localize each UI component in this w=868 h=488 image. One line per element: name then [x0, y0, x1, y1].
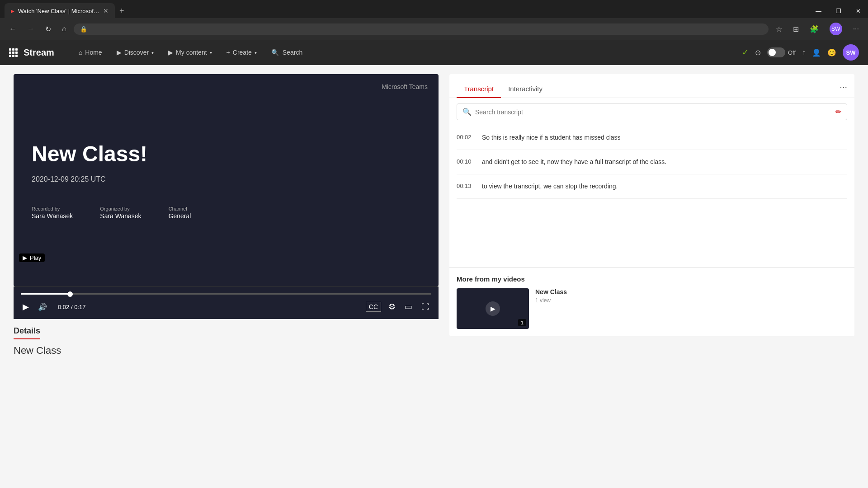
nav-discover[interactable]: ▶ Discover ▾: [110, 45, 160, 60]
recorded-by-label: Recorded by: [32, 206, 73, 211]
create-chevron-icon: ▾: [255, 50, 257, 55]
user-avatar[interactable]: SW: [843, 44, 859, 61]
video-container: Microsoft Teams New Class! 2020-12-09 20…: [14, 74, 439, 488]
controls-row: ▶ 🔊 0:02 / 0:17 CC ⚙ ▭ ⛶: [21, 300, 431, 314]
nav-upload-icon[interactable]: ↑: [802, 48, 806, 56]
toggle-switch[interactable]: [767, 47, 785, 57]
forward-button[interactable]: →: [24, 23, 38, 35]
nav-create[interactable]: + Create ▾: [220, 45, 263, 60]
cast-button[interactable]: ▭: [403, 300, 414, 314]
thumb-badge: 1: [518, 319, 526, 326]
window-maximize-button[interactable]: ❐: [829, 3, 849, 19]
interactivity-tab[interactable]: Interactivity: [501, 80, 550, 98]
address-bar[interactable]: 🔒 https://web.microsoftstream.com/video/…: [74, 23, 769, 35]
transcript-search[interactable]: 🔍 ✏: [457, 103, 847, 120]
my-content-chevron-icon: ▾: [210, 50, 212, 55]
transcript-text-3: to view the transcript, we can stop the …: [482, 182, 618, 191]
nav-items: ⌂ Home ▶ Discover ▾ ▶ My content ▾ + Cre…: [72, 45, 742, 60]
play-pause-button[interactable]: ▶: [21, 300, 31, 314]
back-button[interactable]: ←: [5, 23, 20, 35]
details-section: Details New Class: [14, 319, 439, 488]
transcript-entry[interactable]: 00:13 to view the transcript, we can sto…: [457, 174, 847, 199]
stream-navbar: Stream ⌂ Home ▶ Discover ▾ ▶ My content …: [0, 40, 868, 65]
channel-label: Channel: [169, 206, 191, 211]
apps-grid-icon[interactable]: [9, 48, 17, 57]
transcript-time-2: 00:10: [457, 157, 475, 167]
nav-emoji-icon[interactable]: 😊: [827, 48, 836, 57]
fullscreen-button[interactable]: ⛶: [420, 300, 431, 314]
organized-by-item: Organized by Sara Wanasek: [100, 206, 141, 220]
recorded-by-item: Recorded by Sara Wanasek: [32, 206, 73, 220]
transcript-time-1: 00:02: [457, 133, 475, 142]
extensions-icon[interactable]: 🧩: [806, 23, 822, 35]
transcript-entry[interactable]: 00:02 So this is really nice if a studen…: [457, 126, 847, 150]
video-date: 2020-12-09 20:25 UTC: [32, 175, 106, 183]
transcript-tabs: Transcript Interactivity ···: [449, 74, 854, 98]
browser-menu-button[interactable]: ···: [849, 23, 863, 35]
cc-button[interactable]: CC: [366, 302, 381, 312]
window-close-button[interactable]: ✕: [849, 3, 868, 19]
tab-close-button[interactable]: ✕: [103, 7, 108, 14]
more-item[interactable]: ▶ 1 New Class 1 view: [457, 288, 847, 329]
nav-icon-1[interactable]: ⊙: [755, 48, 761, 57]
nav-home[interactable]: ⌂ Home: [72, 45, 108, 60]
current-time: 0:02: [58, 304, 69, 310]
profile-icon[interactable]: SW: [826, 21, 846, 37]
transcript-entries: 00:02 So this is really nice if a studen…: [449, 126, 854, 267]
nav-my-content[interactable]: ▶ My content ▾: [162, 45, 218, 60]
video-player[interactable]: Microsoft Teams New Class! 2020-12-09 20…: [14, 74, 439, 286]
browser-tab[interactable]: ▶ Watch 'New Class' | Microsoft Str ✕: [5, 3, 115, 19]
organized-by-label: Organized by: [100, 206, 141, 211]
video-title: New Class!: [32, 141, 147, 166]
transcript-tab[interactable]: Transcript: [457, 80, 501, 98]
more-video-title: New Class: [535, 288, 567, 296]
nav-search[interactable]: 🔍 Search: [265, 45, 309, 60]
stream-logo: Stream: [24, 47, 54, 58]
my-content-icon: ▶: [168, 49, 173, 56]
progress-bar-area[interactable]: [21, 291, 431, 297]
favorites-icon[interactable]: ☆: [772, 23, 786, 35]
home-button[interactable]: ⌂: [58, 23, 70, 35]
collections-icon[interactable]: ⊞: [789, 23, 802, 35]
search-icon: 🔍: [271, 49, 279, 56]
discover-chevron-icon: ▾: [151, 50, 154, 55]
video-controls: ▶ 🔊 0:02 / 0:17 CC ⚙ ▭ ⛶: [14, 286, 439, 319]
create-icon: +: [226, 49, 230, 56]
window-minimize-button[interactable]: —: [808, 3, 829, 19]
transcript-entry[interactable]: 00:10 and didn't get to see it, now they…: [457, 150, 847, 174]
nav-create-label: Create: [233, 49, 252, 56]
new-tab-button[interactable]: +: [115, 5, 129, 18]
video-name: New Class: [14, 345, 439, 357]
transcript-panel: Transcript Interactivity ··· 🔍 ✏ 00:02 S…: [449, 74, 854, 336]
nav-person-icon[interactable]: 👤: [812, 48, 821, 57]
transcript-edit-icon[interactable]: ✏: [835, 108, 841, 116]
more-info: New Class 1 view: [535, 288, 567, 304]
lock-icon: 🔒: [80, 26, 87, 33]
url-input[interactable]: https://web.microsoftstream.com/video/ef…: [91, 26, 762, 33]
more-from-section: More from my videos ▶ 1 New Class 1 view: [449, 267, 854, 336]
nav-my-content-label: My content: [176, 49, 207, 56]
refresh-button[interactable]: ↻: [42, 23, 55, 35]
transcript-text-2: and didn't get to see it, now they have …: [482, 157, 666, 167]
tab-title: Watch 'New Class' | Microsoft Str: [18, 8, 99, 14]
play-badge[interactable]: ▶ Play: [19, 253, 45, 262]
recorded-by-value: Sara Wanasek: [32, 212, 73, 220]
progress-thumb[interactable]: [67, 291, 73, 297]
teams-label: Microsoft Teams: [382, 83, 428, 90]
check-icon[interactable]: ✓: [742, 47, 749, 57]
progress-track[interactable]: [21, 293, 431, 295]
nav-home-label: Home: [85, 49, 102, 56]
more-video-subtitle: 1 view: [535, 297, 567, 304]
play-icon: ▶: [23, 254, 27, 261]
more-thumb[interactable]: ▶ 1: [457, 288, 529, 329]
nav-search-label: Search: [283, 49, 302, 56]
transcript-search-icon: 🔍: [462, 108, 472, 116]
settings-button[interactable]: ⚙: [387, 300, 397, 314]
discover-icon: ▶: [117, 49, 122, 56]
stream-logo-area: Stream: [9, 47, 54, 58]
tab-favicon: ▶: [11, 9, 14, 14]
volume-button[interactable]: 🔊: [36, 301, 49, 313]
video-overlay: Microsoft Teams New Class! 2020-12-09 20…: [14, 74, 439, 286]
transcript-more-button[interactable]: ···: [840, 82, 847, 97]
transcript-search-input[interactable]: [475, 108, 832, 116]
